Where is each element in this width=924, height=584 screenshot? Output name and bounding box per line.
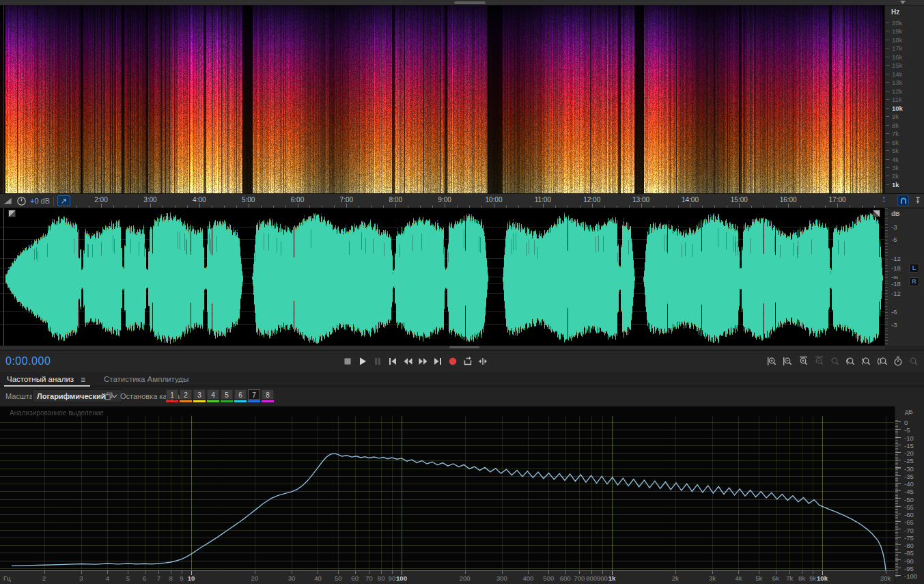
timeline-tick	[76, 206, 77, 208]
hold-frame-button-8[interactable]: 8	[262, 389, 274, 402]
analyzed-selection-label: Анализированное выделение	[10, 409, 104, 417]
hold-frame-number: 8	[262, 389, 274, 400]
amplitude-ruler-label: -12	[891, 290, 901, 297]
gain-unit: dB	[41, 197, 50, 205]
frequency-ruler[interactable]: Hz 20k19k18k17k16k15k14k13k12k11k10k9k8k…	[884, 5, 924, 193]
decibel-axis-label: -80	[904, 542, 914, 549]
zoom-to-selection-button[interactable]	[876, 354, 888, 368]
timeline-tick	[199, 204, 200, 208]
zoom-in-at-out-point-button[interactable]	[860, 354, 873, 368]
scale-dropdown-value: Логарифмический	[37, 392, 106, 400]
frequency-axis-label: 6	[143, 574, 146, 582]
fast-forward-button[interactable]	[417, 354, 429, 368]
amplitude-ruler[interactable]: dB -3-6-12-18-∞-18-12-6-3LR	[884, 208, 924, 346]
skip-to-start-button[interactable]	[387, 354, 399, 368]
stop-button[interactable]	[341, 354, 354, 368]
tab-frequency-analysis[interactable]: Частотный анализ	[7, 375, 74, 383]
timeline-tick	[678, 206, 679, 208]
fade-in-handle[interactable]	[8, 210, 16, 217]
spectrogram-scrollbar-handle[interactable]	[454, 1, 486, 4]
frequency-axis-label: 700	[574, 574, 585, 582]
hold-frame-button-1[interactable]: 1	[166, 389, 178, 402]
hold-frame-button-6[interactable]: 6	[234, 389, 247, 402]
hold-frame-button-4[interactable]: 4	[207, 389, 219, 402]
hold-frame-button-5[interactable]: 5	[221, 389, 233, 402]
copy-graph-button[interactable]	[102, 390, 115, 402]
move-playhead-button[interactable]	[477, 354, 489, 368]
timeline-tick	[518, 206, 519, 208]
timeline-label: 16:00	[780, 196, 797, 204]
hold-frame-color-bar	[248, 400, 260, 402]
waveform-scrollbar-handle[interactable]	[449, 346, 479, 348]
timeline-tick	[150, 204, 151, 208]
frequency-axis-tick	[579, 571, 580, 574]
zoom-reset-button[interactable]	[829, 354, 841, 368]
timeline-tick	[457, 206, 458, 208]
rewind-button[interactable]	[402, 354, 414, 368]
frequency-axis-label: 800	[586, 574, 597, 582]
frequency-axis-label: 600	[560, 574, 571, 582]
frequency-axis-tick	[886, 571, 886, 574]
panel-menu-icon[interactable]: ≡	[81, 375, 85, 385]
timeline-tick	[850, 206, 850, 208]
timeline-tick	[126, 206, 126, 208]
panel-menu-caret-icon[interactable]	[900, 1, 906, 4]
record-button[interactable]	[447, 354, 459, 368]
zoom-in-at-in-point-button[interactable]	[845, 354, 857, 368]
hold-frame-button-2[interactable]: 2	[180, 389, 192, 402]
fade-out-handle[interactable]	[873, 210, 880, 217]
timeline-tick	[285, 206, 286, 208]
timeline-tick	[187, 206, 188, 208]
loop-playback-button[interactable]	[462, 354, 474, 368]
amplitude-ruler-label: -6	[891, 308, 897, 316]
frequency-analysis-graph	[0, 406, 895, 570]
frequency-axis-label: 5k	[755, 574, 762, 582]
waveform-view[interactable]	[0, 208, 884, 346]
zoom-in-button[interactable]	[766, 354, 779, 368]
zoom-out-amplitude-button[interactable]	[813, 354, 826, 368]
decibel-axis-label: -65	[904, 518, 914, 526]
timeline-tick	[163, 206, 163, 208]
frequency-axis-label: 3	[79, 574, 83, 582]
zoom-out-button[interactable]	[782, 354, 794, 368]
hold-frame-color-bar	[262, 400, 274, 402]
amplitude-ruler-label: -12	[891, 255, 901, 262]
channel-button-l[interactable]: L	[909, 264, 919, 273]
hold-frame-button-7[interactable]: 7	[248, 389, 260, 402]
frequency-axis-label: 9k	[809, 574, 816, 582]
timeline-ruler[interactable]: 2:003:004:005:006:007:008:009:0010:0011:…	[0, 193, 924, 208]
fade-envelope-icon[interactable]	[3, 196, 13, 206]
timeline-tick	[432, 206, 433, 208]
time-display[interactable]: 0:00.000	[5, 355, 51, 367]
zoom-in-amplitude-button[interactable]	[798, 354, 810, 368]
zoom-tools	[766, 354, 920, 368]
snap-toggle-button[interactable]	[897, 195, 909, 206]
pause-button[interactable]	[372, 354, 384, 368]
hold-frame-button-3[interactable]: 3	[193, 389, 206, 402]
timeline-tick	[298, 204, 298, 208]
timeline-tick	[617, 206, 617, 208]
spectrogram-view[interactable]	[0, 5, 884, 193]
tab-amplitude-statistics[interactable]: Статистика Амплитуды	[104, 375, 188, 383]
navigate-selection-button[interactable]	[57, 195, 70, 206]
frequency-analysis-panel: Анализированное выделение Гц 23456789102…	[0, 406, 924, 584]
frequency-axis-tick	[338, 571, 339, 574]
zoom-full-button[interactable]	[908, 354, 920, 368]
gain-readout[interactable]: +0 dB	[30, 197, 50, 205]
timeline-label: 5:00	[242, 196, 255, 204]
channel-button-r[interactable]: R	[909, 277, 919, 286]
play-button[interactable]	[356, 354, 369, 368]
frequency-axis: Гц 2345678910203040506070809010020030040…	[0, 570, 895, 584]
spectrogram-scrollbar[interactable]	[0, 0, 924, 5]
hold-frame-number: 5	[221, 389, 233, 400]
frequency-axis-tick	[392, 571, 393, 574]
timeline-tick	[175, 206, 176, 208]
clock-icon[interactable]	[16, 196, 27, 206]
frequency-ruler-label: 1k	[892, 181, 899, 189]
marker-pin-icon[interactable]	[913, 196, 923, 206]
frequency-ruler-label: 3k	[892, 164, 899, 171]
timeline-label: 13:00	[632, 196, 649, 204]
skip-to-end-button[interactable]	[432, 354, 444, 368]
timeline-label: 7:00	[340, 196, 353, 204]
history-button[interactable]	[892, 354, 904, 368]
